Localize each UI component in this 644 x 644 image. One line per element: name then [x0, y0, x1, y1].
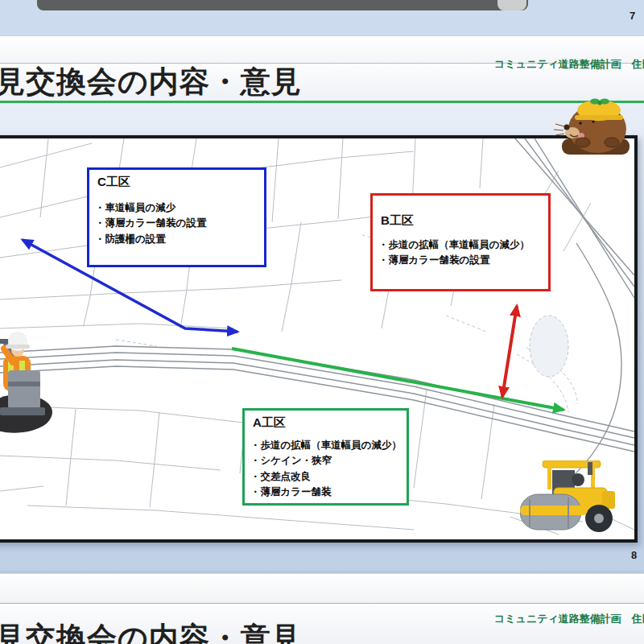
zone-b-item: ・歩道の拡幅（車道幅員の減少）: [378, 237, 548, 253]
zone-c-title: C工区: [89, 170, 264, 190]
presentation-viewer: 7 コミュニティ道路整備計画 住民説明会 見交換会の内容・意見: [0, 0, 644, 644]
zone-b-extent-arrow: [502, 306, 517, 397]
mole-mascot-illustration: [551, 98, 634, 155]
zone-c-item: ・薄層カラー舗装の設置: [95, 216, 264, 231]
zone-b-item: ・薄層カラー舗装の設置: [378, 253, 548, 268]
slide-header-right-text: コミュニティ道路整備計画 住民説明会: [494, 57, 644, 72]
zone-a-item: ・薄層カラー舗装: [250, 485, 407, 500]
zone-a-callout: A工区 ・歩道の拡幅（車道幅員の減少） ・シケイン・狭窄 ・交差点改良 ・薄層カ…: [242, 408, 409, 506]
zone-c-item: ・車道幅員の減少: [95, 200, 264, 216]
zone-c-item: ・防護柵の設置: [95, 232, 264, 247]
previous-page-number: 7: [630, 10, 635, 22]
zone-c-list: ・車道幅員の減少 ・薄層カラー舗装の設置 ・防護柵の設置: [89, 200, 264, 247]
previous-slide-edge-bar: [37, 0, 528, 10]
zone-a-extent-arrow: [232, 349, 564, 410]
zone-c-callout: C工区 ・車道幅員の減少 ・薄層カラー舗装の設置 ・防護柵の設置: [87, 167, 266, 267]
zone-b-list: ・歩道の拡幅（車道幅員の減少） ・薄層カラー舗装の設置: [373, 237, 548, 269]
slide-title: 見交換会の内容・意見: [0, 64, 302, 100]
zone-a-item: ・シケイン・狭窄: [250, 453, 407, 469]
next-slide-title: 見交換会の内容・意見: [0, 621, 302, 644]
previous-slide-edge-cap: [497, 0, 526, 10]
zone-b-callout: B工区 ・歩道の拡幅（車道幅員の減少） ・薄層カラー舗装の設置: [370, 193, 551, 291]
construction-worker-illustration: [0, 328, 61, 441]
road-roller-illustration: [520, 460, 618, 535]
zone-a-item: ・交差点改良: [250, 469, 407, 485]
slide-gap-band-bottom: [0, 573, 644, 605]
zone-a-title: A工区: [245, 411, 407, 431]
next-slide-header-right-text: コミュニティ道路整備計画 住民説明会: [494, 612, 644, 626]
current-page-number: 8: [631, 549, 637, 561]
zone-a-item: ・歩道の拡幅（車道幅員の減少）: [250, 438, 407, 453]
zone-a-list: ・歩道の拡幅（車道幅員の減少） ・シケイン・狭窄 ・交差点改良 ・薄層カラー舗装: [245, 438, 407, 501]
zone-b-title: B工区: [373, 196, 548, 229]
